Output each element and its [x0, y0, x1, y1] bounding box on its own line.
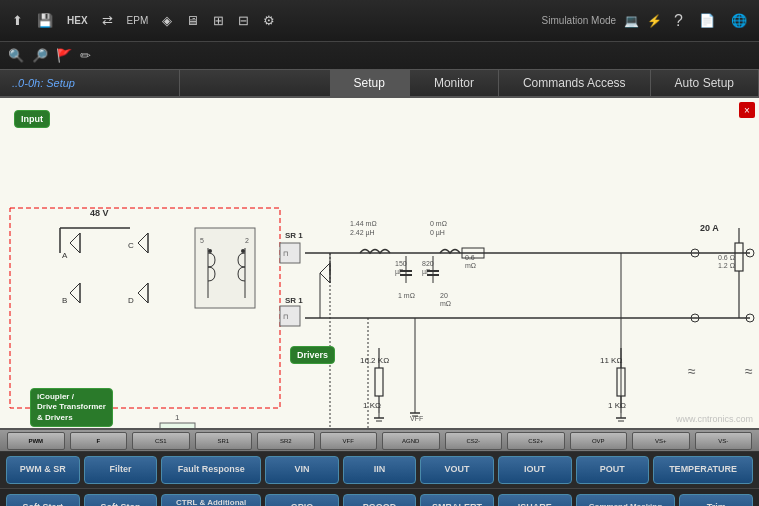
svg-text:1: 1: [175, 413, 180, 422]
chip-icon[interactable]: ◈: [158, 11, 176, 30]
grid-icon[interactable]: ⊞: [209, 11, 228, 30]
svg-text:D: D: [128, 296, 134, 305]
bus-connector-ovp[interactable]: OVP: [570, 432, 628, 450]
iout-button[interactable]: IOUT: [498, 456, 572, 484]
pout-button[interactable]: POUT: [576, 456, 650, 484]
bus-connector-pwmsr[interactable]: PWM: [7, 432, 65, 450]
search-icon[interactable]: 🔍: [8, 48, 24, 63]
svg-point-23: [241, 249, 245, 253]
svg-rect-90: [160, 423, 195, 428]
svg-text:SR 1: SR 1: [285, 296, 303, 305]
close-button[interactable]: ×: [739, 102, 755, 118]
svg-text:20: 20: [440, 292, 448, 299]
svg-text:1.44 mΩ: 1.44 mΩ: [350, 220, 377, 227]
svg-text:0 mΩ: 0 mΩ: [430, 220, 447, 227]
button-row-2: Soft Start Soft Stop CTRL & Additional S…: [0, 488, 759, 506]
flag-icon[interactable]: 🚩: [56, 48, 72, 63]
vin-button[interactable]: VIN: [265, 456, 339, 484]
svg-text:20 A: 20 A: [700, 223, 719, 233]
upload-icon[interactable]: ⬆: [8, 11, 27, 30]
pwm-sr-button[interactable]: PWM & SR: [6, 456, 80, 484]
bus-connector-cs2m[interactable]: CS2-: [445, 432, 503, 450]
gpio-button[interactable]: GPIO: [265, 494, 339, 507]
svg-text:150: 150: [395, 260, 407, 267]
zoom-icon[interactable]: 🔎: [32, 48, 48, 63]
filter-button[interactable]: Filter: [84, 456, 158, 484]
fault-response-button[interactable]: Fault Response: [161, 456, 261, 484]
save-icon[interactable]: 💾: [33, 11, 57, 30]
bus-connector-agnd[interactable]: AGND: [382, 432, 440, 450]
temperature-button[interactable]: TEMPERATURE: [653, 456, 753, 484]
ishare-button[interactable]: ISHARE: [498, 494, 572, 507]
bus-connector-sr2[interactable]: SR2: [257, 432, 315, 450]
breadcrumb: ..0-0h: Setup: [0, 70, 180, 96]
svg-point-22: [208, 249, 212, 253]
pencil-icon[interactable]: ✏: [80, 48, 91, 63]
toolbar-right: Simulation Mode 💻 ⚡ ? 📄 🌐: [542, 10, 751, 32]
epm-icon[interactable]: ⇄: [98, 11, 117, 30]
svg-text:≈: ≈: [745, 363, 753, 379]
svg-text:16.2 KΩ: 16.2 KΩ: [360, 356, 389, 365]
navbar: ..0-0h: Setup Setup Monitor Commands Acc…: [0, 70, 759, 98]
hex-label[interactable]: HEX: [63, 13, 92, 28]
svg-rect-0: [0, 98, 759, 428]
monitor-icon[interactable]: 🖥: [182, 11, 203, 30]
bus-connector-filter[interactable]: F: [70, 432, 128, 450]
help-icon[interactable]: ?: [670, 10, 687, 32]
bus-connector-cs1[interactable]: CS1: [132, 432, 190, 450]
bus-connector-vsp[interactable]: VS+: [632, 432, 690, 450]
svg-text:≈: ≈: [688, 363, 696, 379]
svg-text:mΩ: mΩ: [440, 300, 451, 307]
svg-text:48 V: 48 V: [90, 208, 109, 218]
smbalert-button[interactable]: SMBALERT: [420, 494, 494, 507]
svg-text:mΩ: mΩ: [465, 262, 476, 269]
svg-text:C: C: [128, 241, 134, 250]
nav-setup[interactable]: Setup: [330, 70, 410, 96]
bus-connector-cs2p[interactable]: CS2+: [507, 432, 565, 450]
settings-icon[interactable]: ⚙: [259, 11, 279, 30]
svg-text:1.2 Ω: 1.2 Ω: [718, 262, 735, 269]
svg-text:11 KΩ: 11 KΩ: [600, 356, 622, 365]
iin-button[interactable]: IIN: [343, 456, 417, 484]
pgood-button[interactable]: PGOOD: [343, 494, 417, 507]
bus-connector-vff[interactable]: VFF: [320, 432, 378, 450]
epm-label: EPM: [123, 13, 153, 28]
icoupler-label: iCoupler / Drive Transformer & Drivers: [30, 388, 113, 427]
svg-text:⊓: ⊓: [283, 250, 288, 257]
top-toolbar: ⬆ 💾 HEX ⇄ EPM ◈ 🖥 ⊞ ⊟ ⚙ Simulation Mode …: [0, 0, 759, 42]
svg-text:1 mΩ: 1 mΩ: [398, 292, 415, 299]
schematic-area: × Input Drivers iCoupler / Drive Transfo…: [0, 98, 759, 428]
vout-button[interactable]: VOUT: [420, 456, 494, 484]
svg-text:0 µH: 0 µH: [430, 229, 445, 237]
svg-text:1 KΩ: 1 KΩ: [363, 401, 381, 410]
button-row-1: PWM & SR Filter Fault Response VIN IIN V…: [0, 452, 759, 488]
laptop-icon: 💻: [624, 14, 639, 28]
connection-icon: ⚡: [647, 14, 662, 28]
trim-button[interactable]: Trim: [679, 494, 753, 507]
soft-stop-button[interactable]: Soft Stop: [84, 494, 158, 507]
svg-text:5: 5: [200, 237, 204, 244]
svg-text:B: B: [62, 296, 67, 305]
command-masking-button[interactable]: Command Masking: [576, 494, 676, 507]
svg-text:0.6 Ω: 0.6 Ω: [718, 254, 735, 261]
file-icon[interactable]: 📄: [695, 11, 719, 30]
nav-auto-setup[interactable]: Auto Setup: [651, 70, 759, 96]
soft-start-button[interactable]: Soft Start: [6, 494, 80, 507]
watermark: www.cntronics.com: [676, 414, 753, 424]
nav-monitor[interactable]: Monitor: [410, 70, 499, 96]
globe-icon[interactable]: 🌐: [727, 11, 751, 30]
bus-area: PWM F CS1 SR1 SR2 VFF AGND CS2- CS2+ OVP…: [0, 428, 759, 452]
toolbar2: 🔍 🔎 🚩 ✏: [0, 42, 759, 70]
input-label: Input: [14, 110, 50, 128]
svg-text:2.42 µH: 2.42 µH: [350, 229, 375, 237]
table-icon[interactable]: ⊟: [234, 11, 253, 30]
drivers-label: Drivers: [290, 346, 335, 364]
ctrl-additional-button[interactable]: CTRL & Additional Settings: [161, 494, 261, 507]
bus-connector-sr1[interactable]: SR1: [195, 432, 253, 450]
svg-text:2: 2: [245, 237, 249, 244]
svg-text:⊓: ⊓: [283, 313, 288, 320]
bus-connector-vsm[interactable]: VS-: [695, 432, 753, 450]
sim-mode-label: Simulation Mode: [542, 15, 616, 26]
schematic-svg: 48 V A C B D 5 2: [0, 98, 759, 428]
nav-commands-access[interactable]: Commands Access: [499, 70, 651, 96]
